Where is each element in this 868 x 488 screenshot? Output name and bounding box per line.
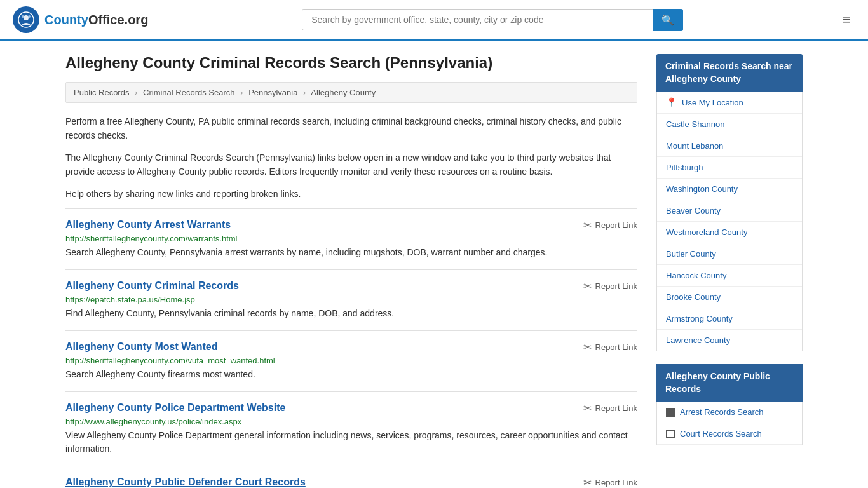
sidebar-public-records-list: Arrest Records Search Court Records Sear… [656, 402, 803, 445]
result-url-3[interactable]: http://www.alleghenycounty.us/police/ind… [65, 417, 637, 426]
sidebar-item-court-records[interactable]: Court Records Search [657, 423, 802, 445]
sidebar-nearby-section: Criminal Records Search near Allegheny C… [656, 54, 803, 351]
search-icon: 🔍 [661, 15, 674, 25]
report-link-0[interactable]: ✂ Report Link [583, 219, 637, 231]
result-desc-1: Find Allegheny County, Pennsylvania crim… [65, 307, 637, 320]
sidebar-item-brooke-county[interactable]: Brooke County [657, 287, 802, 308]
description-1: Perform a free Allegheny County, PA publ… [65, 114, 637, 143]
sidebar-item-pittsburgh[interactable]: Pittsburgh [657, 157, 802, 179]
search-button[interactable]: 🔍 [653, 9, 683, 31]
svg-point-1 [24, 15, 29, 20]
result-title-police-dept[interactable]: Allegheny County Police Department Websi… [65, 402, 285, 414]
sidebar-nearby-list: 📍 Use My Location Castle Shannon Mount L… [656, 92, 803, 351]
report-icon: ✂ [583, 341, 592, 353]
search-area: 🔍 [302, 9, 683, 31]
logo-text: CountyOffice.org [44, 13, 148, 27]
sidebar-item-washington-county[interactable]: Washington County [657, 179, 802, 200]
report-link-4[interactable]: ✂ Report Link [583, 477, 637, 488]
report-link-2[interactable]: ✂ Report Link [583, 341, 637, 353]
sidebar-nearby-title: Criminal Records Search near Allegheny C… [656, 54, 803, 92]
breadcrumb: Public Records › Criminal Records Search… [65, 82, 637, 103]
location-pin-icon: 📍 [666, 97, 677, 107]
sidebar-item-beaver-county[interactable]: Beaver County [657, 200, 802, 222]
content-area: Allegheny County Criminal Records Search… [65, 54, 637, 488]
report-icon: ✂ [583, 402, 592, 414]
arrest-records-icon [666, 408, 675, 417]
result-title-criminal-records[interactable]: Allegheny County Criminal Records [65, 280, 239, 292]
result-item: Allegheny County Police Department Websi… [65, 391, 637, 466]
sidebar: Criminal Records Search near Allegheny C… [656, 54, 803, 488]
result-item: Allegheny County Criminal Records ✂ Repo… [65, 269, 637, 330]
report-icon: ✂ [583, 477, 592, 488]
description-2: The Allegheny County Criminal Records Se… [65, 151, 637, 179]
search-input[interactable] [302, 9, 653, 30]
svg-point-3 [28, 15, 31, 18]
description-3: Help others by sharing new links and rep… [65, 187, 637, 201]
breadcrumb-allegheny-county[interactable]: Allegheny County [311, 88, 376, 97]
result-item: Allegheny County Public Defender Court R… [65, 466, 637, 488]
result-desc-2: Search Allegheny County firearms most wa… [65, 368, 637, 381]
svg-point-2 [22, 15, 24, 18]
sidebar-public-records-section: Allegheny County Public Records Arrest R… [656, 364, 803, 445]
report-icon: ✂ [583, 219, 592, 231]
sidebar-public-records-title: Allegheny County Public Records [656, 364, 803, 402]
breadcrumb-pennsylvania[interactable]: Pennsylvania [248, 88, 297, 97]
sidebar-item-hancock-county[interactable]: Hancock County [657, 265, 802, 287]
menu-icon: ≡ [842, 11, 850, 27]
menu-button[interactable]: ≡ [837, 9, 855, 30]
report-icon: ✂ [583, 280, 592, 292]
result-item: Allegheny County Most Wanted ✂ Report Li… [65, 330, 637, 391]
logo-icon [13, 6, 39, 33]
page-title: Allegheny County Criminal Records Search… [65, 54, 637, 72]
report-link-1[interactable]: ✂ Report Link [583, 280, 637, 292]
result-url-2[interactable]: http://sheriffalleghenycounty.com/vufa_m… [65, 356, 637, 365]
breadcrumb-public-records[interactable]: Public Records [74, 88, 129, 97]
sidebar-item-castle-shannon[interactable]: Castle Shannon [657, 114, 802, 135]
sidebar-item-armstrong-county[interactable]: Armstrong County [657, 308, 802, 330]
result-desc-3: View Allegheny County Police Department … [65, 429, 637, 456]
site-header: CountyOffice.org 🔍 ≡ [0, 0, 868, 41]
sidebar-item-arrest-records[interactable]: Arrest Records Search [657, 402, 802, 423]
sidebar-item-butler-county[interactable]: Butler County [657, 243, 802, 265]
report-link-3[interactable]: ✂ Report Link [583, 402, 637, 414]
result-url-1[interactable]: https://epatch.state.pa.us/Home.jsp [65, 295, 637, 304]
use-my-location-link[interactable]: Use My Location [682, 98, 743, 107]
result-desc-0: Search Allegheny County, Pennsylvania ar… [65, 246, 637, 259]
sidebar-item-lawrence-county[interactable]: Lawrence County [657, 330, 802, 351]
result-title-arrest-warrants[interactable]: Allegheny County Arrest Warrants [65, 219, 231, 231]
results-list: Allegheny County Arrest Warrants ✂ Repor… [65, 208, 637, 488]
sidebar-item-mount-lebanon[interactable]: Mount Lebanon [657, 135, 802, 157]
breadcrumb-criminal-records-search[interactable]: Criminal Records Search [143, 88, 235, 97]
new-links-link[interactable]: new links [157, 189, 194, 199]
result-title-most-wanted[interactable]: Allegheny County Most Wanted [65, 341, 217, 353]
result-url-0[interactable]: http://sheriffalleghenycounty.com/warran… [65, 234, 637, 243]
result-item: Allegheny County Arrest Warrants ✂ Repor… [65, 208, 637, 269]
main-container: Allegheny County Criminal Records Search… [53, 41, 815, 488]
court-records-icon [666, 430, 675, 438]
result-title-public-defender[interactable]: Allegheny County Public Defender Court R… [65, 477, 306, 488]
sidebar-use-my-location[interactable]: 📍 Use My Location [657, 92, 802, 114]
sidebar-item-westmoreland-county[interactable]: Westmoreland County [657, 222, 802, 243]
logo-area: CountyOffice.org [13, 6, 148, 33]
